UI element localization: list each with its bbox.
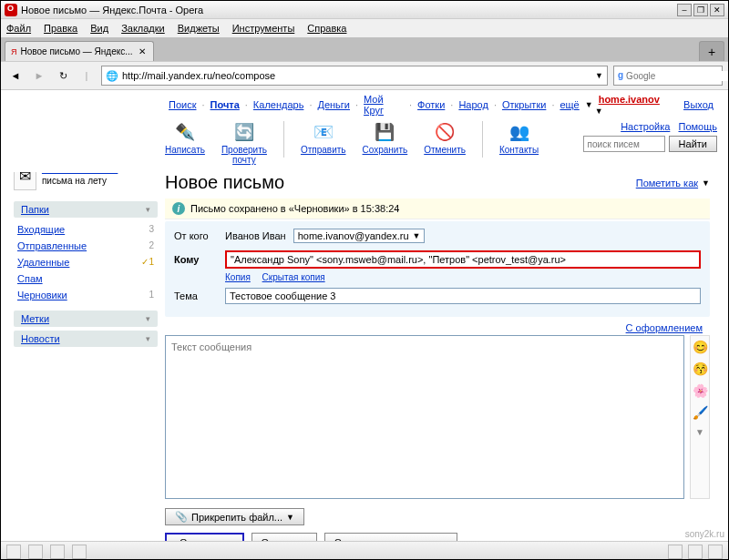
brush-icon[interactable]: 🖌️ xyxy=(693,405,708,420)
browser-search[interactable]: g ▼ xyxy=(613,66,723,86)
menu-help[interactable]: Справка xyxy=(307,23,346,34)
nav-mail[interactable]: Почта xyxy=(210,99,240,110)
stop-button[interactable]: | xyxy=(77,66,96,85)
chevron-down-icon: ▼ xyxy=(702,178,710,188)
folder-inbox[interactable]: Входящие3 xyxy=(17,221,154,238)
from-select[interactable]: home.ivanov@yandex.ru ▼ xyxy=(293,229,426,243)
kiss-icon[interactable]: 😚 xyxy=(693,361,708,376)
from-name: Иванов Иван xyxy=(225,230,286,241)
tab-bar: Я Новое письмо — Яндекс... ✕ + xyxy=(1,37,728,61)
formatting-link[interactable]: С оформлением xyxy=(626,322,703,333)
status-icon[interactable] xyxy=(6,545,21,559)
tool-compose[interactable]: ✒️Написать xyxy=(165,121,205,155)
nav-moikrug[interactable]: Мой Круг xyxy=(364,94,404,116)
folder-name: Входящие xyxy=(17,224,65,235)
nav-calendar[interactable]: Календарь xyxy=(253,99,304,110)
status-icon[interactable] xyxy=(72,545,87,559)
menu-view[interactable]: Вид xyxy=(90,23,108,34)
new-tab-button[interactable]: + xyxy=(699,41,724,61)
compose-area: Новое письмо Пометить как ▼ i Письмо сох… xyxy=(165,172,728,541)
status-icon[interactable] xyxy=(28,545,43,559)
to-input[interactable] xyxy=(225,250,701,269)
send-button[interactable]: Отправить xyxy=(165,533,244,541)
save-notice-text: Письмо сохранено в «Черновики» в 15:38:2… xyxy=(190,203,399,214)
nav-money[interactable]: Деньги xyxy=(317,99,350,110)
bcc-link[interactable]: Скрытая копия xyxy=(262,272,325,282)
save-notice: i Письмо сохранено в «Черновики» в 15:38… xyxy=(165,199,710,219)
chevron-down-icon[interactable]: ▼ xyxy=(695,427,704,437)
attach-button[interactable]: 📎Прикрепить файл... ▼ xyxy=(165,508,304,525)
menu-widgets[interactable]: Виджеты xyxy=(178,23,220,34)
zoom-icon[interactable] xyxy=(668,545,683,559)
mobile-promo[interactable]: ✉ Мобильная Почта — ловит письма на лету xyxy=(14,172,158,190)
folder-spam[interactable]: Спам xyxy=(17,270,154,287)
user-link[interactable]: home.ivanov xyxy=(599,94,660,105)
folder-name: Отправленные xyxy=(17,240,87,251)
tool-send[interactable]: 📧Отправить xyxy=(301,121,346,155)
from-email: home.ivanov@yandex.ru xyxy=(298,230,409,241)
browser-tab[interactable]: Я Новое письмо — Яндекс... ✕ xyxy=(5,41,154,61)
section-news[interactable]: Новости xyxy=(14,331,158,347)
nav-toolbar: ◄ ► ↻ | 🌐 ▼ g ▼ xyxy=(1,61,728,90)
mail-search-button[interactable]: Найти xyxy=(669,136,717,152)
tool-contacts[interactable]: 👥Контакты xyxy=(499,121,539,155)
mail-toolbar: ✒️Написать 🔄Проверить почту 📧Отправить 💾… xyxy=(1,117,728,172)
folder-sent[interactable]: Отправленные2 xyxy=(17,238,154,254)
mark-as-link[interactable]: Пометить как xyxy=(636,178,698,188)
save-draft-button[interactable]: Сохранить как черновик xyxy=(324,533,457,541)
menu-edit[interactable]: Правка xyxy=(44,23,77,34)
section-folders[interactable]: Папки xyxy=(14,201,158,218)
folder-count: 2 xyxy=(149,240,154,251)
info-icon: i xyxy=(172,202,185,215)
close-button[interactable]: ✕ xyxy=(710,4,724,16)
folder-name: Удаленные xyxy=(17,257,69,268)
resize-grip-icon[interactable] xyxy=(708,545,723,559)
tool-save[interactable]: 💾Сохранить xyxy=(363,121,408,155)
nav-fotki[interactable]: Фотки xyxy=(417,99,445,110)
exit-link[interactable]: Выход xyxy=(683,99,714,110)
reload-button[interactable]: ↻ xyxy=(54,66,72,85)
tab-favicon: Я xyxy=(11,47,17,56)
nav-more[interactable]: ещё xyxy=(560,99,579,110)
dropdown-icon[interactable]: ▼ xyxy=(595,71,603,80)
separator xyxy=(482,121,483,158)
cancel-button[interactable]: Отменить xyxy=(252,533,317,541)
browser-search-input[interactable] xyxy=(626,71,729,81)
chevron-down-icon[interactable]: ▼ xyxy=(595,107,603,116)
help-link[interactable]: Помощь xyxy=(679,121,718,132)
chevron-down-icon: ▼ xyxy=(585,100,593,109)
minimize-button[interactable]: – xyxy=(677,4,692,16)
message-body[interactable] xyxy=(165,335,684,499)
menu-bookmarks[interactable]: Закладки xyxy=(121,23,165,34)
url-input[interactable] xyxy=(122,70,591,81)
page-content: Поиск· Почта· Календарь· Деньги· Мой Кру… xyxy=(1,90,728,541)
chevron-down-icon: ▼ xyxy=(413,231,421,240)
watermark: sony2k.ru xyxy=(685,529,724,539)
folder-drafts[interactable]: Черновики1 xyxy=(17,287,154,303)
address-bar[interactable]: 🌐 ▼ xyxy=(101,66,608,86)
menu-tools[interactable]: Инструменты xyxy=(232,23,295,34)
view-icon[interactable] xyxy=(688,545,703,559)
back-button[interactable]: ◄ xyxy=(6,66,25,85)
restore-button[interactable]: ❐ xyxy=(693,4,708,16)
section-label: Папки xyxy=(21,204,49,215)
folder-trash[interactable]: Удаленные✓1 xyxy=(17,254,154,270)
flower-icon[interactable]: 🌸 xyxy=(693,383,708,398)
section-label: Новости xyxy=(21,333,60,344)
cc-link[interactable]: Копия xyxy=(225,272,251,282)
settings-link[interactable]: Настройка xyxy=(621,121,670,132)
nav-search[interactable]: Поиск xyxy=(169,99,196,110)
status-icon[interactable] xyxy=(50,545,65,559)
section-labels[interactable]: Метки xyxy=(14,311,158,327)
forward-button[interactable]: ► xyxy=(30,66,48,85)
nav-narod[interactable]: Народ xyxy=(458,99,488,110)
smile-icon[interactable]: 😊 xyxy=(693,340,708,354)
mail-search-input[interactable] xyxy=(583,136,665,152)
tool-cancel[interactable]: 🚫Отменить xyxy=(424,121,466,155)
nav-cards[interactable]: Открытки xyxy=(502,99,546,110)
tab-close-icon[interactable]: ✕ xyxy=(137,46,148,57)
menu-file[interactable]: Файл xyxy=(6,23,31,34)
pen-icon: ✒️ xyxy=(172,121,198,143)
subject-input[interactable] xyxy=(225,288,701,304)
tool-check[interactable]: 🔄Проверить почту xyxy=(221,121,267,165)
